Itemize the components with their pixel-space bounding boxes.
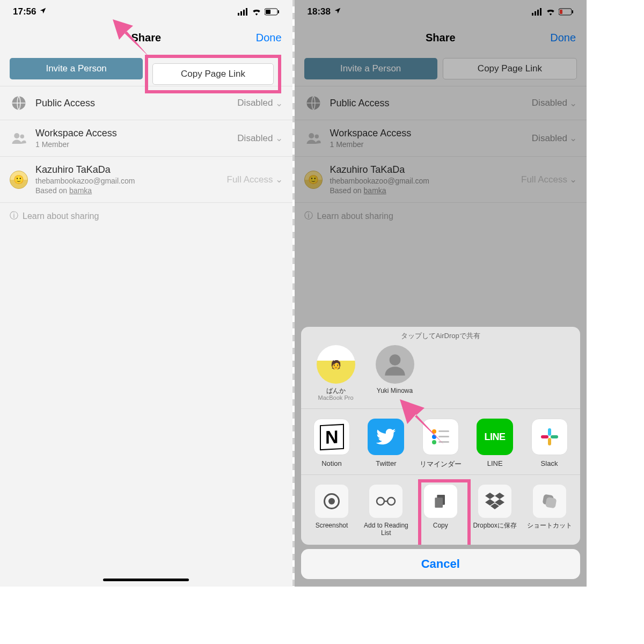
help-icon: ⓘ bbox=[10, 210, 18, 222]
annotation-arrow bbox=[380, 386, 456, 456]
action-reading-list[interactable]: Add to Reading List bbox=[361, 485, 412, 537]
svg-rect-0 bbox=[238, 13, 239, 16]
screenshot-icon bbox=[315, 485, 348, 518]
copy-icon bbox=[424, 485, 457, 518]
action-screenshot[interactable]: Screenshot bbox=[306, 485, 357, 537]
user-name: Kazuhiro TaKaDa bbox=[35, 164, 227, 175]
svg-rect-44 bbox=[545, 497, 557, 509]
wifi-icon bbox=[252, 8, 261, 16]
learn-about-sharing[interactable]: ⓘ Learn about sharing bbox=[0, 203, 292, 229]
slack-icon bbox=[531, 419, 568, 455]
row-value: Disabled bbox=[237, 133, 273, 144]
action-label: ショートカット bbox=[524, 522, 575, 530]
airdrop-name: ばんか bbox=[312, 387, 360, 394]
svg-marker-39 bbox=[495, 493, 504, 499]
row-title: Workspace Access bbox=[35, 128, 237, 139]
shortcuts-icon bbox=[533, 485, 566, 518]
workspace-access-row[interactable]: Workspace Access 1 Member Disabled⌄ bbox=[0, 120, 292, 157]
svg-point-9 bbox=[14, 133, 19, 138]
svg-marker-38 bbox=[485, 493, 495, 499]
app-label: LINE bbox=[470, 459, 521, 467]
home-indicator bbox=[103, 579, 189, 581]
notion-icon: N bbox=[313, 419, 350, 455]
row-value: Disabled bbox=[237, 98, 273, 108]
svg-rect-30 bbox=[548, 438, 551, 445]
share-app-line[interactable]: LINE LINE bbox=[470, 419, 521, 469]
app-label: Notion bbox=[306, 459, 357, 467]
app-label: Twitter bbox=[361, 459, 412, 467]
action-copy[interactable]: Copy bbox=[415, 485, 466, 537]
svg-point-35 bbox=[387, 497, 395, 505]
user-email: thebambookazoo@gmail.com bbox=[35, 177, 227, 185]
row-title: Public Access bbox=[35, 98, 237, 109]
done-button[interactable]: Done bbox=[256, 32, 282, 44]
reading-list-icon bbox=[369, 485, 402, 518]
based-on-link[interactable]: bamka bbox=[69, 186, 92, 195]
row-value: Full Access bbox=[227, 174, 273, 185]
location-icon bbox=[39, 6, 47, 17]
cancel-button[interactable]: Cancel bbox=[301, 549, 581, 579]
chevron-down-icon: ⌄ bbox=[275, 174, 283, 185]
airdrop-header: タップしてAirDropで共有 bbox=[301, 327, 581, 343]
share-app-slack[interactable]: Slack bbox=[524, 419, 575, 469]
airdrop-avatar-icon: 🧑 bbox=[317, 345, 355, 384]
share-app-notion[interactable]: N Notion bbox=[306, 419, 357, 469]
action-shortcuts[interactable]: ショートカット bbox=[524, 485, 575, 537]
phone-right: 18:38 Share Done Invite a Person Copy Pa… bbox=[295, 0, 587, 587]
annotation-arrow bbox=[96, 10, 160, 69]
row-subtitle: 1 Member bbox=[35, 140, 237, 149]
public-access-row[interactable]: Public Access Disabled⌄ bbox=[0, 86, 292, 120]
airdrop-device: MacBook Pro bbox=[312, 394, 360, 401]
svg-rect-3 bbox=[246, 8, 247, 16]
svg-rect-5 bbox=[278, 10, 279, 13]
svg-rect-29 bbox=[551, 435, 558, 438]
share-list: Public Access Disabled⌄ Workspace Access… bbox=[0, 86, 292, 203]
action-label: Copy bbox=[415, 522, 466, 530]
action-dropbox[interactable]: Dropboxに保存 bbox=[470, 485, 521, 537]
chevron-down-icon: ⌄ bbox=[275, 98, 283, 109]
svg-point-34 bbox=[377, 497, 384, 505]
svg-marker-7 bbox=[113, 19, 149, 57]
people-icon bbox=[10, 129, 28, 148]
phone-left: 17:56 Share Done Invite bbox=[0, 0, 292, 587]
svg-point-21 bbox=[389, 354, 400, 365]
action-label: Screenshot bbox=[306, 522, 357, 530]
svg-point-33 bbox=[328, 498, 335, 504]
app-label: リマインダー bbox=[415, 459, 466, 469]
avatar: 🙂 bbox=[10, 171, 28, 189]
svg-point-10 bbox=[20, 134, 25, 138]
dropbox-icon bbox=[478, 485, 511, 518]
line-icon: LINE bbox=[477, 419, 513, 455]
app-label: Slack bbox=[524, 459, 575, 467]
chevron-down-icon: ⌄ bbox=[275, 133, 283, 144]
svg-marker-45 bbox=[400, 399, 444, 444]
globe-icon bbox=[10, 94, 28, 112]
battery-icon bbox=[265, 8, 280, 16]
airdrop-contact[interactable]: 🧑 ばんか MacBook Pro bbox=[312, 345, 360, 401]
signal-icon bbox=[238, 8, 248, 16]
svg-rect-37 bbox=[435, 498, 443, 508]
svg-rect-1 bbox=[240, 11, 242, 16]
action-label: Dropboxに保存 bbox=[470, 522, 521, 530]
action-label: Add to Reading List bbox=[361, 522, 412, 537]
status-time: 17:56 bbox=[13, 6, 36, 17]
svg-rect-6 bbox=[266, 10, 270, 14]
share-actions-row: Screenshot Add to Reading List Copy Drop… bbox=[301, 475, 581, 545]
learn-label: Learn about sharing bbox=[23, 211, 99, 221]
svg-rect-31 bbox=[541, 435, 548, 438]
airdrop-avatar-icon bbox=[376, 345, 414, 384]
svg-rect-28 bbox=[548, 428, 551, 436]
based-on-prefix: Based on bbox=[35, 186, 69, 195]
user-row[interactable]: 🙂 Kazuhiro TaKaDa thebambookazoo@gmail.c… bbox=[0, 157, 292, 203]
svg-rect-2 bbox=[243, 10, 245, 16]
